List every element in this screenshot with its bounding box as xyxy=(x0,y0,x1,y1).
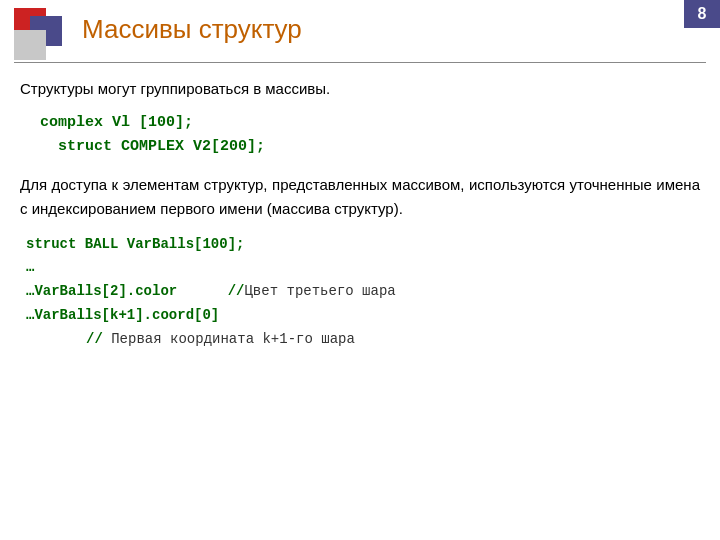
code2-line3-prefix: …VarBalls[2].color xyxy=(26,283,177,299)
code-block-2: struct BALL VarBalls[100]; … …VarBalls[2… xyxy=(20,233,700,352)
code2-line5-comment: Первая координата k+1-го шара xyxy=(103,331,355,347)
code2-line3-comment-op: // xyxy=(228,283,245,299)
code2-line2: … xyxy=(26,256,700,280)
code-block-1: complex Vl [100]; struct COMPLEX V2[200]… xyxy=(20,111,700,159)
code2-line3-comment: Цвет третьего шара xyxy=(244,283,395,299)
page-number: 8 xyxy=(684,0,720,28)
slide-title: Массивы структур xyxy=(82,14,302,45)
code2-line3: …VarBalls[2].color //Цвет третьего шара xyxy=(26,280,700,304)
code-line-2: struct COMPLEX V2[200]; xyxy=(40,135,700,159)
code2-line5-op: // xyxy=(86,331,103,347)
slide-content: Структуры могут группироваться в массивы… xyxy=(20,72,700,530)
logo-gray-square xyxy=(14,30,46,60)
intro-text: Структуры могут группироваться в массивы… xyxy=(20,78,700,101)
code-line-1: complex Vl [100]; xyxy=(40,111,700,135)
code2-line4: …VarBalls[k+1].coord[0] xyxy=(26,304,700,328)
code2-line1: struct BALL VarBalls[100]; xyxy=(26,233,700,257)
code2-line5: // Первая координата k+1-го шара xyxy=(26,328,700,352)
title-divider xyxy=(14,62,706,63)
description-text: Для доступа к элементам структур, предст… xyxy=(20,173,700,221)
logo xyxy=(14,8,74,60)
